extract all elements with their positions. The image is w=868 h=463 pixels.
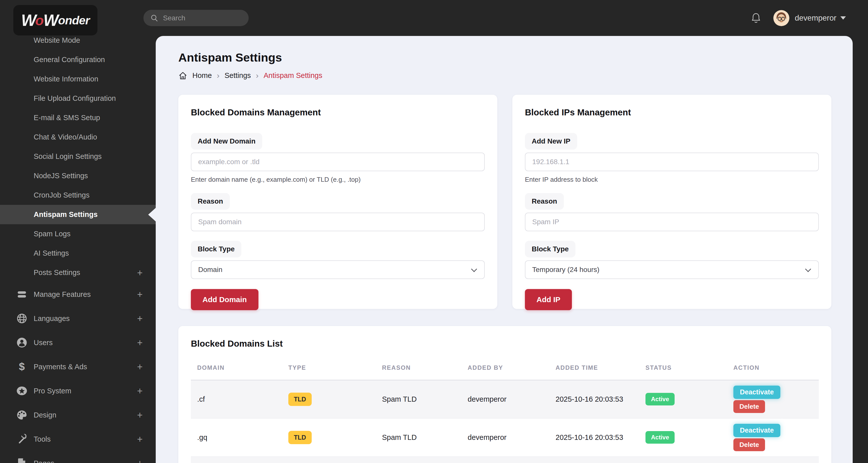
block-type-label: Block Type <box>191 241 241 257</box>
sidebar-item-label: Manage Features <box>34 290 91 299</box>
plus-icon[interactable]: + <box>137 385 143 396</box>
blocked-domains-list-card: Blocked Domains List DOMAIN TYPE REASON … <box>178 326 831 463</box>
search-bar[interactable] <box>144 10 249 26</box>
chevron-down-icon <box>805 266 811 272</box>
reason-label: Reason <box>191 193 230 210</box>
sidebar-item-label: Users <box>34 339 53 347</box>
sidebar-item-nodejs-settings[interactable]: NodeJS Settings <box>0 166 156 185</box>
status-badge: Active <box>646 393 675 405</box>
plus-icon[interactable]: + <box>137 361 143 372</box>
sidebar-item-chat-video-audio[interactable]: Chat & Video/Audio <box>0 127 156 147</box>
delete-button[interactable]: Delete <box>733 438 765 451</box>
sidebar-item-email-sms-setup[interactable]: E-mail & SMS Setup <box>0 108 156 127</box>
username[interactable]: devemperor <box>795 13 836 23</box>
cell-domain: .gq <box>191 433 282 442</box>
deactivate-button[interactable]: Deactivate <box>733 385 780 399</box>
cell-type: TLD <box>282 393 376 406</box>
cell-status: Active <box>639 431 727 444</box>
sidebar-item-label: E-mail & SMS Setup <box>34 114 100 122</box>
col-header-added-time: ADDED TIME <box>549 364 639 371</box>
sidebar-item-spam-logs[interactable]: Spam Logs <box>0 224 156 243</box>
tld-badge: TLD <box>288 431 312 444</box>
sidebar-item-manage-features[interactable]: Manage Features + <box>0 282 156 307</box>
ip-input[interactable] <box>525 152 819 171</box>
domain-reason-input[interactable] <box>191 213 485 231</box>
sidebar-item-pro-system[interactable]: Pro System + <box>0 379 156 403</box>
menu-bars-icon <box>16 288 28 300</box>
breadcrumb-current: Antispam Settings <box>264 71 322 80</box>
sidebar-item-pages[interactable]: Pages + <box>0 451 156 463</box>
col-header-type: TYPE <box>282 364 376 371</box>
avatar[interactable] <box>773 10 789 26</box>
table-row: .cf TLD Spam TLD devemperor 2025-10-16 2… <box>191 380 819 418</box>
domain-helper-text: Enter domain name (e.g., example.com) or… <box>191 176 485 183</box>
search-icon <box>150 13 159 23</box>
ip-reason-input[interactable] <box>525 213 819 231</box>
sidebar-item-label: Social Login Settings <box>34 152 102 161</box>
wrench-icon <box>16 433 28 445</box>
plus-icon[interactable]: + <box>137 434 143 445</box>
plus-icon[interactable]: + <box>137 458 143 463</box>
sidebar-item-ai-settings[interactable]: AI Settings <box>0 243 156 263</box>
sidebar-item-payments-ads[interactable]: $ Payments & Ads + <box>0 355 156 379</box>
cell-type: TLD <box>282 431 376 444</box>
home-icon[interactable] <box>178 71 187 80</box>
sidebar-item-label: File Upload Configuration <box>34 94 116 103</box>
delete-button[interactable]: Delete <box>733 400 765 413</box>
select-value: Domain <box>198 266 222 274</box>
sidebar-item-social-login-settings[interactable]: Social Login Settings <box>0 147 156 166</box>
sidebar-item-cronjob-settings[interactable]: CronJob Settings <box>0 185 156 205</box>
add-ip-button[interactable]: Add IP <box>525 289 572 310</box>
search-input[interactable] <box>163 14 243 22</box>
user-icon <box>16 336 28 349</box>
sidebar-item-label: Payments & Ads <box>34 363 87 371</box>
globe-icon <box>16 312 28 325</box>
star-icon <box>16 384 28 397</box>
breadcrumb-settings[interactable]: Settings <box>224 71 251 80</box>
logo-text: onder <box>58 14 90 26</box>
sidebar-item-general-configuration[interactable]: General Configuration <box>0 50 156 69</box>
logo-text: W <box>43 12 58 28</box>
sidebar-item-design[interactable]: Design + <box>0 403 156 427</box>
deactivate-button[interactable]: Deactivate <box>733 424 780 437</box>
cell-status: Active <box>639 393 727 405</box>
ip-block-type-select[interactable]: Temporary (24 hours) <box>525 260 819 279</box>
plus-icon[interactable]: + <box>137 267 143 278</box>
add-new-ip-label: Add New IP <box>525 133 577 150</box>
sidebar-item-languages[interactable]: Languages + <box>0 307 156 330</box>
sidebar-item-label: Spam Logs <box>34 230 70 238</box>
sidebar-item-label: Posts Settings <box>34 268 80 277</box>
sidebar-item-label: Design <box>34 411 56 419</box>
plus-icon[interactable]: + <box>137 337 143 348</box>
plus-icon[interactable]: + <box>137 313 143 324</box>
sidebar-item-label: Tools <box>34 435 51 443</box>
plus-icon[interactable]: + <box>137 410 143 421</box>
cell-reason: Spam TLD <box>376 433 461 442</box>
caret-down-icon[interactable] <box>840 16 846 20</box>
sidebar-item-label: Website Information <box>34 75 98 83</box>
sidebar-item-label: General Configuration <box>34 56 105 64</box>
domain-input[interactable] <box>191 152 485 171</box>
sidebar-item-label: Website Mode <box>34 36 80 45</box>
wowonder-logo[interactable]: WoWonder <box>13 5 97 35</box>
logo-text: W <box>21 12 36 28</box>
sidebar-item-antispam-settings[interactable]: Antispam Settings <box>0 205 156 224</box>
sidebar-item-website-information[interactable]: Website Information <box>0 69 156 89</box>
sidebar-item-file-upload-configuration[interactable]: File Upload Configuration <box>0 89 156 108</box>
breadcrumb-separator: › <box>256 71 259 80</box>
domain-block-type-select[interactable]: Domain <box>191 260 485 279</box>
bell-icon[interactable] <box>751 12 761 24</box>
sidebar-item-tools[interactable]: Tools + <box>0 427 156 451</box>
breadcrumb-home[interactable]: Home <box>192 71 212 80</box>
ip-helper-text: Enter IP address to block <box>525 176 819 183</box>
col-header-reason: REASON <box>376 364 461 371</box>
sidebar-menu: Website Mode General Configuration Websi… <box>0 31 156 463</box>
cell-added-by: devemperor <box>461 395 549 403</box>
plus-icon[interactable]: + <box>137 289 143 300</box>
breadcrumb-separator: › <box>217 71 219 80</box>
sidebar-item-posts-settings[interactable]: Posts Settings+ <box>0 263 156 282</box>
select-value: Temporary (24 hours) <box>532 266 599 274</box>
add-domain-button[interactable]: Add Domain <box>191 289 258 310</box>
col-header-action: ACTION <box>727 364 819 371</box>
sidebar-item-users[interactable]: Users + <box>0 330 156 355</box>
